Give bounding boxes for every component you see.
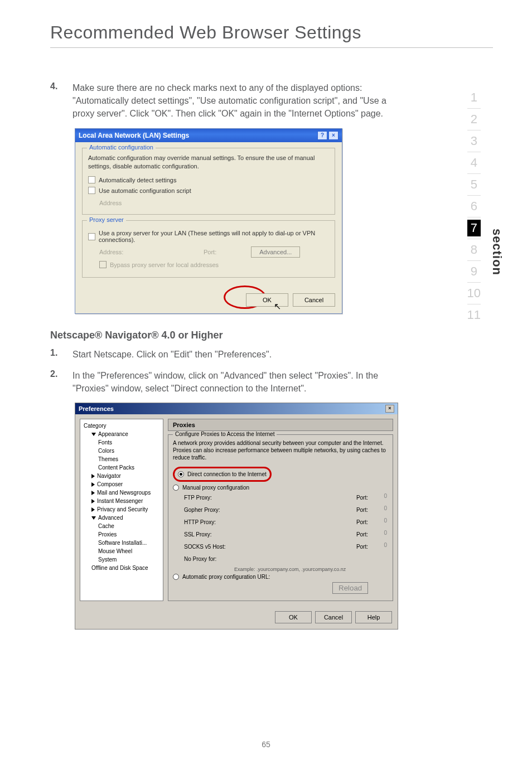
cat-fonts[interactable]: Fonts	[80, 438, 163, 447]
step-1-body: Start Netscape. Click on "Edit" then "Pr…	[72, 348, 407, 361]
radio-manual[interactable]: Manual proxy configuration	[173, 485, 388, 491]
cat-navigator[interactable]: Navigator	[80, 472, 163, 480]
socks-port-field: 0	[371, 542, 388, 552]
nav-1[interactable]: 1	[467, 89, 481, 106]
expand-icon	[91, 491, 95, 495]
nav-3[interactable]: 3	[467, 133, 481, 149]
nav-8[interactable]: 8	[467, 241, 481, 258]
cat-appearance[interactable]: Appearance	[80, 430, 163, 438]
port-label: Port:	[351, 507, 368, 513]
page-number: 65	[0, 740, 532, 749]
expand-icon	[91, 482, 95, 487]
auto-script-checkbox[interactable]: Use automatic configuration script	[88, 187, 329, 194]
help-button[interactable]: ?	[317, 131, 327, 140]
cat-advanced[interactable]: Advanced	[80, 514, 163, 522]
step-2-body: In the "Preferences" window, click on "A…	[72, 369, 407, 395]
proxies-desc: A network proxy provides additional secu…	[173, 439, 388, 461]
cat-proxies[interactable]: Proxies	[80, 530, 163, 539]
auto-detect-checkbox[interactable]: Automatically detect settings	[88, 176, 329, 183]
gopher-proxy-field	[238, 505, 348, 515]
close-button[interactable]: ×	[385, 405, 394, 413]
socks-host-field	[238, 542, 348, 552]
nav-9[interactable]: 9	[467, 263, 481, 280]
cat-content-packs[interactable]: Content Packs	[80, 463, 163, 472]
cat-privacy[interactable]: Privacy and Security	[80, 505, 163, 514]
auto-config-group-title: Automatic configuration	[87, 144, 156, 151]
auto-config-desc: Automatic configuration may override man…	[88, 154, 329, 171]
checkbox-icon	[88, 233, 95, 240]
checkbox-icon	[88, 176, 95, 183]
checkbox-icon	[88, 187, 95, 194]
expand-icon	[91, 499, 95, 504]
expand-icon	[91, 507, 95, 512]
help-button[interactable]: Help	[355, 611, 392, 623]
ssl-port-field: 0	[371, 530, 388, 540]
cat-colors[interactable]: Colors	[80, 447, 163, 455]
ftp-proxy-label: FTP Proxy:	[184, 495, 234, 501]
radio-direct[interactable]: Direct connection to the Internet	[178, 471, 267, 477]
cat-system[interactable]: System	[80, 555, 163, 564]
port-label: Port:	[351, 519, 368, 525]
ftp-proxy-field	[238, 493, 348, 503]
ok-button[interactable]: OK	[275, 611, 312, 623]
radio-icon	[178, 471, 184, 477]
radio-manual-label: Manual proxy configuration	[182, 485, 249, 491]
title-rule	[50, 47, 493, 48]
reload-button: Reload	[332, 582, 368, 594]
cat-instant-messenger[interactable]: Instant Messenger	[80, 497, 163, 505]
ok-button[interactable]: OK	[246, 293, 288, 307]
category-tree[interactable]: Category Appearance Fonts Colors Themes …	[80, 419, 163, 601]
ftp-port-field: 0	[371, 493, 388, 503]
cancel-button[interactable]: Cancel	[315, 611, 352, 623]
advanced-button: Advanced...	[251, 246, 300, 258]
step-4-body: Make sure there are no check marks next …	[72, 81, 407, 120]
use-proxy-checkbox[interactable]: Use a proxy server for your LAN (These s…	[88, 230, 329, 243]
nav-11[interactable]: 11	[464, 307, 484, 323]
cursor-icon: ↖	[274, 301, 281, 312]
nav-10[interactable]: 10	[464, 285, 484, 302]
nav-6[interactable]: 6	[467, 198, 481, 215]
cat-mouse[interactable]: Mouse Wheel	[80, 547, 163, 555]
radio-icon	[173, 574, 179, 580]
cancel-button[interactable]: Cancel	[293, 293, 335, 307]
auto-detect-label: Automatically detect settings	[99, 177, 176, 183]
nav-2[interactable]: 2	[467, 111, 481, 128]
side-nav: 1 2 3 4 5 6 7 8 9 10 11 section	[464, 89, 504, 323]
cat-offline[interactable]: Offline and Disk Space	[80, 564, 163, 572]
step-1-num: 1.	[50, 348, 61, 361]
lan-settings-dialog: Local Area Network (LAN) Settings ? × Au…	[75, 128, 342, 314]
nav-5[interactable]: 5	[467, 176, 481, 193]
noproxy-field	[238, 554, 388, 564]
address-field	[136, 197, 329, 209]
nav-7[interactable]: 7	[467, 220, 481, 236]
http-port-field: 0	[371, 517, 388, 527]
cat-mail-news[interactable]: Mail and Newsgroups	[80, 488, 163, 497]
cat-cache[interactable]: Cache	[80, 522, 163, 530]
example-text: Example: .yourcompany.com, .yourcompany.…	[234, 567, 388, 572]
step-4-num: 4.	[50, 81, 61, 120]
auto-script-label: Use automatic configuration script	[99, 187, 191, 194]
ssl-proxy-field	[238, 530, 348, 540]
close-button[interactable]: ×	[328, 131, 338, 140]
cat-software[interactable]: Software Installati...	[80, 539, 163, 547]
proxies-panel-title: Proxies	[168, 419, 393, 431]
cat-themes[interactable]: Themes	[80, 455, 163, 463]
proxy-address-label: Address:	[99, 249, 130, 255]
proxy-address-field	[133, 246, 200, 258]
cat-composer[interactable]: Composer	[80, 480, 163, 488]
checkbox-icon	[99, 261, 107, 268]
address-label: Address	[99, 200, 133, 206]
expand-icon	[91, 516, 96, 520]
section-label: section	[490, 229, 504, 275]
port-label: Port:	[351, 531, 368, 538]
radio-auto[interactable]: Automatic proxy configuration URL:	[173, 574, 388, 580]
netscape-heading: Netscape® Navigator® 4.0 or Higher	[50, 330, 493, 341]
radio-auto-label: Automatic proxy configuration URL:	[182, 574, 270, 580]
proxy-group-title: Proxy server	[87, 216, 126, 223]
bypass-checkbox: Bypass proxy server for local addresses	[99, 261, 329, 268]
lan-dialog-title: Local Area Network (LAN) Settings	[79, 132, 189, 139]
use-proxy-label: Use a proxy server for your LAN (These s…	[99, 230, 329, 243]
socks-host-label: SOCKS v5 Host:	[184, 544, 234, 550]
nav-4[interactable]: 4	[467, 154, 481, 171]
radio-direct-label: Direct connection to the Internet	[187, 471, 267, 477]
